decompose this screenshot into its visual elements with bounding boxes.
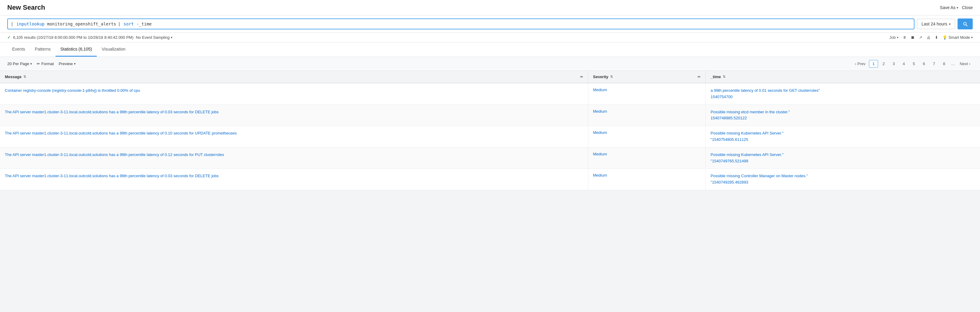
smart-mode-caret-icon: ▾ (971, 36, 973, 39)
data-table: Message ⇅ ✏ Severity ⇅ ✏ _time ⇅ (0, 71, 980, 190)
next-page-button[interactable]: Next › (957, 60, 973, 67)
page-4-button[interactable]: 4 (899, 60, 908, 68)
time-range-button[interactable]: Last 24 hours ▾ (917, 19, 955, 29)
table-row: The API server master1.cluster-3-11.loca… (0, 105, 980, 126)
column-header-severity: Severity ⇅ ✏ (588, 71, 706, 83)
search-go-button[interactable] (958, 19, 973, 29)
row-5-severity: Medium (588, 169, 706, 190)
search-pipe-2: | (119, 22, 120, 26)
results-check-icon: ✓ (7, 35, 11, 40)
time-range-caret-icon: ▾ (949, 22, 951, 26)
per-page-button[interactable]: 20 Per Page ▾ (7, 62, 32, 66)
row-3-severity: Medium (588, 126, 706, 147)
pagination: ‹ ‹ Prev Prev 1 2 3 4 5 6 7 8 … Next › (853, 60, 973, 68)
job-button[interactable]: Job ▾ (889, 35, 898, 40)
export-icon: ⬇ (935, 35, 938, 40)
search-icon (963, 21, 968, 27)
format-button[interactable]: ✏ Format (37, 62, 54, 66)
search-right-controls: Last 24 hours ▾ (917, 19, 973, 29)
severity-col-edit-icon[interactable]: ✏ (698, 75, 700, 79)
pause-icon: ⏸ (903, 35, 907, 40)
row-4-message: The API server master1.cluster-3-11.loca… (0, 147, 588, 169)
share-button[interactable]: ↗ (919, 35, 922, 40)
share-icon: ↗ (919, 35, 922, 40)
page-6-button[interactable]: 6 (920, 60, 928, 68)
tab-visualization[interactable]: Visualization (97, 43, 130, 57)
tab-statistics[interactable]: Statistics (6,105) (56, 43, 97, 57)
table-row: Container registry-console (registry-con… (0, 83, 980, 105)
preview-caret-icon: ▾ (74, 62, 76, 65)
stop-button[interactable]: ⏹ (911, 35, 915, 40)
severity-sort-icon: ⇅ (610, 75, 613, 79)
results-toolbar: Job ▾ ⏸ ⏹ ↗ 🖨 ⬇ 💡 Smart Mode ▾ (889, 35, 973, 40)
search-arg-1: monitoring_openshift_alerts (45, 22, 119, 26)
close-button[interactable]: Close (962, 5, 973, 10)
search-command-1: inputlookup (14, 22, 45, 26)
message-sort-icon: ⇅ (23, 75, 26, 79)
tab-patterns[interactable]: Patterns (30, 43, 56, 57)
header-actions: Save As ▾ Close (940, 5, 973, 10)
pause-button[interactable]: ⏸ (903, 35, 907, 40)
app-header: New Search Save As ▾ Close (0, 0, 980, 16)
page-1-button[interactable]: 1 (869, 60, 878, 68)
stop-icon: ⏹ (911, 35, 915, 40)
page-8-button[interactable]: 8 (940, 60, 948, 68)
tab-events[interactable]: Events (7, 43, 30, 57)
tabs-row: Events Patterns Statistics (6,105) Visua… (0, 43, 980, 57)
table-row: The API server master1.cluster-3-11.loca… (0, 126, 980, 147)
row-2-time: Possible missing etcd member in the clus… (706, 105, 980, 126)
table-row: The API server master1.cluster-3-11.loca… (0, 169, 980, 190)
table-controls-left: 20 Per Page ▾ ✏ Format Preview ▾ (7, 62, 76, 66)
time-sort-icon: ⇅ (723, 75, 725, 79)
message-col-edit-icon[interactable]: ✏ (580, 75, 583, 79)
export-button[interactable]: ⬇ (935, 35, 938, 40)
page-ellipsis: … (950, 60, 956, 67)
smart-mode-button[interactable]: 💡 Smart Mode ▾ (942, 35, 973, 40)
page-2-button[interactable]: 2 (879, 60, 888, 68)
row-2-severity: Medium (588, 105, 706, 126)
table-row: The API server master1.cluster-3-11.loca… (0, 147, 980, 169)
row-3-message: The API server master1.cluster-3-11.loca… (0, 126, 588, 147)
page-title: New Search (7, 4, 45, 11)
table-controls: 20 Per Page ▾ ✏ Format Preview ▾ ‹ ‹ Pre… (0, 57, 980, 71)
page-5-button[interactable]: 5 (909, 60, 918, 68)
page-3-button[interactable]: 3 (889, 60, 898, 68)
search-pipe-1: | (11, 22, 13, 26)
save-as-caret-icon: ▾ (957, 6, 958, 10)
results-bar: ✓ 6,105 results (10/27/18 8:00:00.000 PM… (0, 33, 980, 43)
results-count: 6,105 results (10/27/18 8:00:00.000 PM t… (13, 35, 134, 40)
sampling-button[interactable]: No Event Sampling ▾ (136, 35, 172, 40)
print-icon: 🖨 (927, 35, 931, 40)
search-arg-2: -_time (134, 22, 152, 26)
search-input[interactable]: | inputlookup monitoring_openshift_alert… (7, 19, 915, 29)
save-as-button[interactable]: Save As ▾ (940, 5, 958, 10)
prev-page-button[interactable]: ‹ ‹ Prev Prev (853, 60, 868, 67)
per-page-caret-icon: ▾ (30, 62, 32, 65)
results-info: ✓ 6,105 results (10/27/18 8:00:00.000 PM… (7, 35, 172, 40)
column-header-message: Message ⇅ ✏ (0, 71, 588, 83)
search-command-2: sort (121, 22, 134, 26)
row-1-message: Container registry-console (registry-con… (0, 83, 588, 105)
row-5-time: Possible missing Controller Manager on M… (706, 169, 980, 190)
search-bar: | inputlookup monitoring_openshift_alert… (0, 16, 980, 33)
row-1-severity: Medium (588, 83, 706, 105)
page-7-button[interactable]: 7 (930, 60, 939, 68)
print-button[interactable]: 🖨 (927, 35, 931, 40)
row-1-time: a 99th percentile latency of 0.01 second… (706, 83, 980, 105)
row-4-severity: Medium (588, 147, 706, 169)
row-5-message: The API server master1.cluster-3-11.loca… (0, 169, 588, 190)
row-2-message: The API server master1.cluster-3-11.loca… (0, 105, 588, 126)
pencil-icon: ✏ (37, 62, 40, 66)
preview-button[interactable]: Preview ▾ (59, 62, 75, 66)
table-header-row: Message ⇅ ✏ Severity ⇅ ✏ _time ⇅ (0, 71, 980, 83)
sampling-caret-icon: ▾ (171, 36, 172, 39)
row-4-time: Possible missing Kubernetes API Server."… (706, 147, 980, 169)
prev-icon: ‹ (855, 62, 856, 66)
bulb-icon: 💡 (942, 35, 947, 40)
column-header-time: _time ⇅ (706, 71, 980, 83)
job-caret-icon: ▾ (897, 36, 898, 39)
row-3-time: Possible missing Kubernetes API Server."… (706, 126, 980, 147)
